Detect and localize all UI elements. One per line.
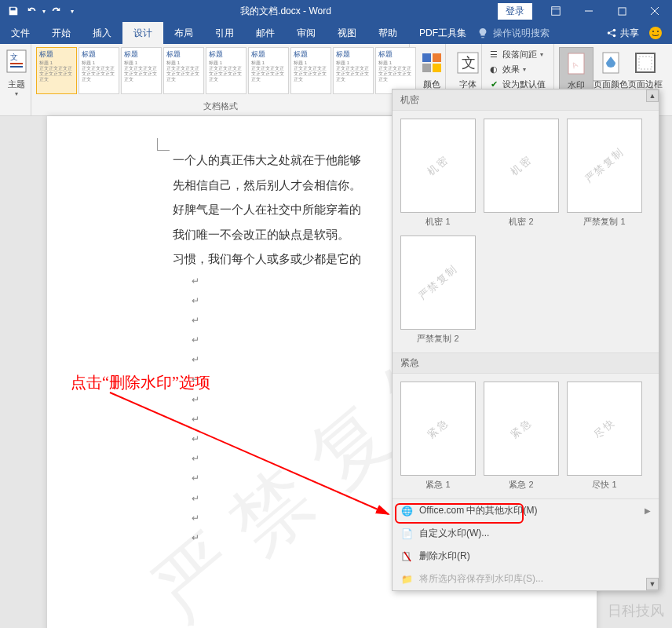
wm-grid-confidential: 机密机密 1机密机密 2严禁复制严禁复制 1严禁复制严禁复制 2 xyxy=(393,111,659,352)
style-gallery-item[interactable]: 标题标题 1正文正文正文正文正文正文正文正文 xyxy=(79,47,119,94)
source-watermark: 日科技风 xyxy=(608,601,664,620)
undo-dropdown-icon[interactable]: ▾ xyxy=(42,8,46,15)
style-gallery[interactable]: 标题标题 1正文正文正文正文正文正文正文正文标题标题 1正文正文正文正文正文正文… xyxy=(36,47,416,94)
svg-rect-12 xyxy=(422,53,431,62)
watermark-thumbnail[interactable]: 严禁复制严禁复制 2 xyxy=(400,236,476,345)
smiley-icon[interactable] xyxy=(648,26,663,40)
fonts-icon: 文 xyxy=(455,50,480,75)
svg-text:文: 文 xyxy=(10,53,18,61)
svg-point-5 xyxy=(649,27,662,39)
tabbar-right: 共享 xyxy=(606,22,672,44)
wm-section-urgent: 紧急 xyxy=(393,352,659,374)
tab-pdf[interactable]: PDF工具集 xyxy=(408,22,477,44)
tab-home[interactable]: 开始 xyxy=(41,22,82,44)
watermark-thumbnail[interactable]: 机密机密 2 xyxy=(484,119,559,228)
para-spacing-icon: ☰ xyxy=(488,49,499,60)
save-gallery-icon: 📁 xyxy=(400,573,413,586)
svg-rect-14 xyxy=(422,64,431,72)
watermark-thumbnail[interactable]: 尽快尽快 1 xyxy=(567,382,642,491)
ribbon-group-themes: 文 主题 ▾ xyxy=(0,44,31,115)
effects-button[interactable]: ◐效果▾ xyxy=(488,62,547,77)
svg-point-3 xyxy=(613,29,616,32)
page-icon: 📄 xyxy=(400,528,413,540)
svg-rect-13 xyxy=(433,53,441,62)
page-color-icon xyxy=(598,50,623,75)
tell-me-label: 操作说明搜索 xyxy=(493,27,550,40)
wm-menu-custom[interactable]: 📄 自定义水印(W)... xyxy=(393,522,659,545)
tab-mailings[interactable]: 邮件 xyxy=(245,22,286,44)
tab-insert[interactable]: 插入 xyxy=(82,22,122,44)
watermark-thumbnail[interactable]: 严禁复制严禁复制 1 xyxy=(567,119,642,228)
svg-text:文: 文 xyxy=(462,55,476,71)
svg-point-7 xyxy=(657,31,659,32)
wm-menu: 🌐 Office.com 中的其他水印(M) ▶ 📄 自定义水印(W)... 删… xyxy=(393,498,659,590)
style-gallery-item[interactable]: 标题标题 1正文正文正文正文正文正文正文正文 xyxy=(290,47,331,94)
wm-menu-office[interactable]: 🌐 Office.com 中的其他水印(M) ▶ xyxy=(393,499,659,522)
share-button[interactable]: 共享 xyxy=(606,27,639,40)
svg-rect-10 xyxy=(10,63,23,64)
undo-button[interactable] xyxy=(24,2,41,20)
page-border-button[interactable]: 页面边框 xyxy=(628,47,663,90)
window-title: 我的文档.docx - Word xyxy=(74,5,498,18)
save-button[interactable] xyxy=(5,2,22,20)
tab-view[interactable]: 视图 xyxy=(327,22,367,44)
watermark-dropdown-panel: ▲ 机密 机密机密 1机密机密 2严禁复制严禁复制 1严禁复制严禁复制 2 紧急… xyxy=(392,89,659,591)
tab-file[interactable]: 文件 xyxy=(0,22,41,44)
maximize-button[interactable] xyxy=(606,0,637,22)
titlebar: ▾ ▾ 我的文档.docx - Word 登录 xyxy=(0,0,672,22)
themes-icon: 文 xyxy=(5,49,27,77)
svg-point-6 xyxy=(652,31,654,32)
ribbon-group-doc-format: 标题标题 1正文正文正文正文正文正文正文正文标题标题 1正文正文正文正文正文正文… xyxy=(31,44,410,115)
style-gallery-item[interactable]: 标题标题 1正文正文正文正文正文正文正文正文 xyxy=(248,47,289,94)
watermark-thumbnail[interactable]: 机密机密 1 xyxy=(400,119,476,228)
svg-rect-0 xyxy=(552,7,561,16)
ribbon-options-button[interactable] xyxy=(540,0,572,22)
style-gallery-item[interactable]: 标题标题 1正文正文正文正文正文正文正文正文 xyxy=(36,47,77,94)
remove-icon xyxy=(400,550,413,563)
page-border-icon xyxy=(633,50,658,75)
chevron-down-icon: ▾ xyxy=(5,90,28,97)
watermark-icon: A xyxy=(564,51,589,76)
tab-layout[interactable]: 布局 xyxy=(163,22,204,44)
effects-icon: ◐ xyxy=(488,64,499,75)
colors-icon xyxy=(419,50,444,75)
quick-access-toolbar: ▾ ▾ xyxy=(0,2,74,20)
svg-rect-11 xyxy=(10,66,23,68)
wm-section-confidential: 机密 xyxy=(393,89,659,111)
tab-design[interactable]: 设计 xyxy=(122,22,163,44)
scroll-up-button[interactable]: ▲ xyxy=(646,89,659,102)
wm-menu-remove[interactable]: 删除水印(R) xyxy=(393,545,659,568)
lightbulb-icon xyxy=(477,27,488,38)
scroll-down-button[interactable]: ▼ xyxy=(646,578,659,590)
tell-me-search[interactable]: 操作说明搜索 xyxy=(477,22,550,44)
style-gallery-item[interactable]: 标题标题 1正文正文正文正文正文正文正文正文 xyxy=(121,47,162,94)
ribbon-tabs: 文件 开始 插入 设计 布局 引用 邮件 审阅 视图 帮助 PDF工具集 操作说… xyxy=(0,22,672,44)
style-gallery-item[interactable]: 标题标题 1正文正文正文正文正文正文正文正文 xyxy=(163,47,204,94)
redo-button[interactable] xyxy=(47,2,64,20)
tab-review[interactable]: 审阅 xyxy=(286,22,327,44)
watermark-thumbnail[interactable]: 紧急紧急 2 xyxy=(484,382,559,491)
svg-point-4 xyxy=(613,35,616,38)
login-button[interactable]: 登录 xyxy=(498,3,532,20)
minimize-button[interactable] xyxy=(573,0,604,22)
watermark-thumbnail[interactable]: 紧急紧急 1 xyxy=(400,382,476,491)
para-spacing-button[interactable]: ☰段落间距▾ xyxy=(488,47,547,62)
tab-help[interactable]: 帮助 xyxy=(367,22,408,44)
themes-button[interactable]: 文 主题 ▾ xyxy=(5,47,28,97)
share-icon xyxy=(606,27,617,38)
titlebar-right: 登录 xyxy=(498,0,672,22)
wm-grid-urgent: 紧急紧急 1紧急紧急 2尽快尽快 1 xyxy=(393,374,659,498)
margin-marker xyxy=(157,138,170,151)
tab-references[interactable]: 引用 xyxy=(204,22,245,44)
doc-format-label: 文档格式 xyxy=(36,99,404,112)
chevron-right-icon: ▶ xyxy=(645,506,651,515)
close-button[interactable] xyxy=(639,0,670,22)
globe-icon: 🌐 xyxy=(400,505,413,517)
annotation-label: 点击“删除水印”选项 xyxy=(71,372,210,393)
style-gallery-item[interactable]: 标题标题 1正文正文正文正文正文正文正文正文 xyxy=(333,47,374,94)
svg-rect-1 xyxy=(618,7,625,14)
style-gallery-item[interactable]: 标题标题 1正文正文正文正文正文正文正文正文 xyxy=(206,47,247,94)
wm-menu-save: 📁 将所选内容保存到水印库(S)... xyxy=(393,568,659,590)
svg-rect-15 xyxy=(433,64,441,72)
